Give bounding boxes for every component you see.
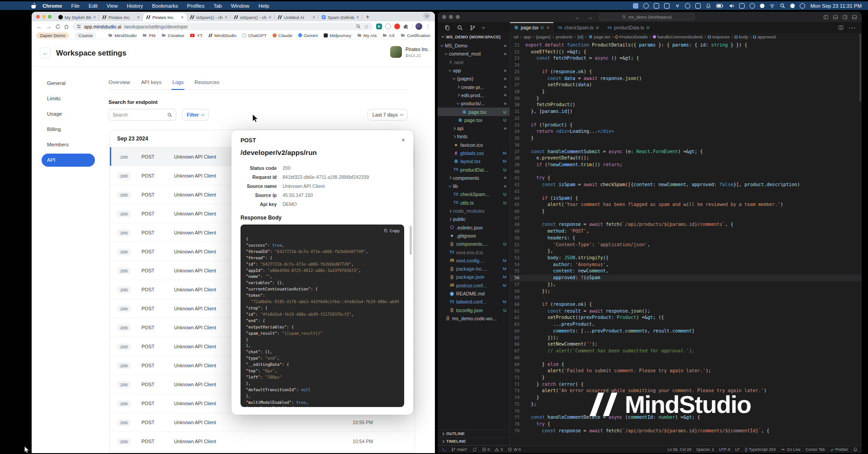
bookmark-item[interactable]: MindStudio	[108, 33, 137, 38]
spotlight-icon[interactable]	[780, 3, 785, 9]
tree-item-.eslintrc.json[interactable]: .eslintrc.json	[438, 224, 509, 232]
tree-item-create-pr...[interactable]: create-pr...	[438, 83, 509, 91]
notification-icon[interactable]	[706, 3, 711, 9]
tab-resources[interactable]: Resources	[194, 80, 219, 85]
close-tab-icon[interactable]: ×	[312, 15, 315, 20]
workspace-badge[interactable]: Pirates Inc. $413.21	[390, 46, 429, 58]
record-icon[interactable]	[643, 3, 649, 9]
menu-item-help[interactable]: Help	[254, 3, 274, 9]
back-button[interactable]: ←	[40, 47, 51, 58]
tab-logs[interactable]: Logs	[172, 80, 184, 85]
log-row[interactable]: 200POSTUnknown API Client10:55 PM	[110, 413, 415, 432]
zoom-window-button[interactable]	[456, 15, 460, 19]
tree-item-README.md[interactable]: iREADME.md	[438, 290, 509, 298]
tree-item-fonts[interactable]: fonts	[438, 132, 509, 140]
tree-item-layout.tsx[interactable]: layout.tsxM	[438, 157, 509, 165]
tree-item-.gitignore[interactable]: ◆.gitignore	[438, 232, 509, 240]
editor-scrollbar[interactable]	[859, 34, 861, 102]
lens-search-icon[interactable]	[356, 24, 361, 29]
log-row[interactable]: 200POSTUnknown API Client10:54 PM	[110, 432, 415, 451]
chrome-profile-avatar[interactable]	[415, 23, 422, 30]
close-tab-icon[interactable]: ×	[356, 15, 359, 20]
status-item[interactable]	[472, 447, 477, 452]
bookmark-item[interactable]: My AIs	[357, 33, 377, 38]
history-back-icon[interactable]: ←	[575, 14, 580, 20]
menu-item-tab[interactable]: Tab	[209, 3, 226, 9]
menu-item-profiles[interactable]: Profiles	[183, 3, 209, 9]
filter-button[interactable]: Filter	[182, 109, 209, 121]
breadcrumb-item[interactable]: app	[524, 34, 531, 39]
tree-item-products...[interactable]: products/...	[438, 99, 509, 108]
status-item-go-live[interactable]: Go Live	[781, 447, 800, 452]
bookmark-item[interactable]: Midjourney	[324, 33, 351, 38]
tree-item-ms_demo.code-wo...[interactable]: {}ms_demo.code-wo...	[438, 314, 509, 323]
log-row[interactable]: 200POSTUnknown API Client	[110, 451, 415, 453]
bookmark-item[interactable]: MindStudio	[208, 33, 236, 38]
tree-item-utils.ts[interactable]: TSutils.tsU	[438, 199, 509, 207]
v-icon[interactable]: V	[675, 3, 680, 9]
menu-item-edit[interactable]: Edit	[84, 3, 102, 9]
minimize-window-button[interactable]	[42, 15, 46, 19]
status-item-utf-8[interactable]: UTF-8	[719, 447, 730, 452]
breadcrumb-item[interactable]: ProductDetails	[615, 34, 647, 39]
tree-item-components[interactable]: components	[438, 174, 509, 182]
apple-icon[interactable]	[31, 3, 36, 9]
explorer-header[interactable]: MS_DEMO (WORKSPACE)	[438, 33, 509, 41]
close-tab-icon[interactable]: ×	[93, 15, 96, 20]
status-item-0[interactable]: 0	[482, 447, 490, 452]
status-item-typescript-jsx[interactable]: {}TypeScript JSX	[745, 447, 776, 452]
close-tab-icon[interactable]: ×	[181, 15, 184, 20]
bookmark-item[interactable]: ChatGPT	[242, 33, 267, 38]
status-item-ln-56-col-28[interactable]: Ln 56, Col 28	[668, 447, 691, 452]
status-item-w-0[interactable]: W 0	[508, 447, 521, 452]
tree-item-.next[interactable]: .next	[438, 58, 509, 66]
tree-item-comment_mod[interactable]: comment_mod	[438, 50, 509, 58]
tree-item-productDat...[interactable]: TSproductDat...U	[438, 165, 509, 173]
tree-item-package-loc....[interactable]: {}package-loc....M	[438, 265, 509, 273]
bookmark-pill[interactable]: Course	[75, 33, 97, 38]
extensions-puzzle-icon[interactable]	[403, 24, 409, 29]
breadcrumb-item[interactable]: body	[735, 34, 748, 39]
tree-item-node_modules[interactable]: node_modules	[438, 207, 509, 215]
profile-icon[interactable]	[790, 4, 795, 8]
sidebar-item-api[interactable]: API	[42, 154, 95, 167]
history-forward-icon[interactable]: →	[587, 14, 593, 20]
battery-icon[interactable]	[716, 4, 724, 8]
panel-timeline[interactable]: TIMELINE	[438, 438, 509, 445]
browser-tab[interactable]: Spam Definition - C×	[318, 13, 362, 21]
screen-mirroring-icon[interactable]	[633, 3, 638, 9]
source-control-icon[interactable]	[470, 25, 476, 31]
status-item[interactable]	[442, 447, 446, 452]
close-tab-icon[interactable]: ×	[225, 15, 227, 20]
tree-item-favicon.ico[interactable]: ★favicon.ico	[438, 141, 509, 149]
extension-recorder-icon[interactable]	[385, 23, 391, 29]
tree-item-edit-prod...[interactable]: edit-prod...	[438, 91, 509, 99]
tree-item-app[interactable]: app	[438, 66, 509, 75]
tree-item-package.json[interactable]: {}package.jsonM	[438, 273, 509, 281]
copilot-icon[interactable]	[685, 3, 690, 9]
control-center-icon[interactable]	[800, 3, 805, 9]
minimize-window-button[interactable]	[449, 15, 453, 19]
date-range-button[interactable]: Last 7 days	[368, 109, 408, 121]
moon-icon[interactable]	[760, 4, 764, 8]
tree-item-tailwind.conf...[interactable]: TStailwind.conf...M	[438, 298, 509, 306]
menu-bar-clock[interactable]: Mon Sep 23 11:31 PM	[810, 3, 862, 9]
menu-item-chrome[interactable]: Chrome	[38, 3, 66, 9]
bookmark-pill[interactable]: Zapier Demo	[36, 33, 69, 38]
browser-tab[interactable]: Pirates Inc.×	[99, 13, 143, 21]
close-tab-icon[interactable]: ×	[547, 25, 549, 30]
browser-tab[interactable]: isSpam() - checks t×	[231, 13, 274, 21]
reload-icon[interactable]	[55, 24, 61, 29]
tree-item-lib[interactable]: lib	[438, 182, 509, 190]
status-item-spaces-2[interactable]: Spaces: 2	[696, 447, 714, 452]
status-item-0[interactable]: 0	[495, 447, 503, 452]
chevron-down-icon[interactable]	[482, 25, 485, 28]
status-item-cursor-tab[interactable]: Cursor Tab	[806, 447, 825, 452]
desktop-icon[interactable]	[739, 3, 745, 9]
bookmark-star-icon[interactable]: ☆	[364, 23, 369, 30]
breadcrumb-item[interactable]: response	[708, 34, 730, 39]
home-icon[interactable]	[64, 24, 69, 29]
bookmark-item[interactable]: YT	[190, 33, 203, 38]
bookmark-item[interactable]: AX	[382, 33, 395, 38]
status-item[interactable]	[853, 447, 858, 452]
